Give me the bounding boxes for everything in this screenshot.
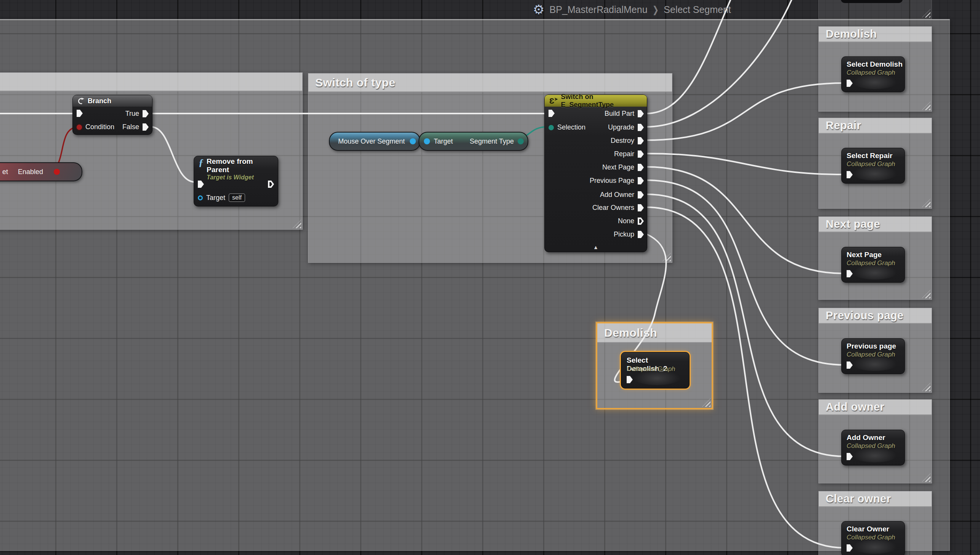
comment-title: Demolish [604,326,657,339]
exec-in-pin[interactable] [847,453,853,460]
pin-label: Build Part [604,110,634,118]
target-self-value[interactable]: self [229,194,245,202]
comment-title: Repair [826,119,861,132]
node-subtitle: Collapsed Graph [847,69,895,77]
pin-label: Repair [614,150,634,158]
exec-in-pin[interactable] [847,171,853,178]
node-title: Previous page [847,342,896,350]
comment-title: Previous page [826,309,904,322]
node-subtitle: Target is Widget [207,174,273,181]
remove-from-parent-node[interactable]: ƒ Remove from Parent Target is Widget Ta… [194,156,278,207]
gear-icon: ⚙ [533,3,544,16]
exec-out-pin-destroy[interactable] [638,137,644,144]
condition-bool-pin[interactable] [77,125,82,130]
node-title: Switch on E_SegmentType [561,93,642,109]
node-title: Select Demolish [847,60,903,69]
comment-title: Next page [826,218,880,231]
exec-out-pin-none[interactable] [638,218,644,225]
branch-node[interactable]: Branch True Condition False [72,95,153,135]
collapse-node-arrow[interactable]: ▲ [593,244,598,250]
comment-resize-handle[interactable] [922,199,930,207]
exec-out-pin-repair[interactable] [638,151,644,158]
exec-out-pin-next-page[interactable] [638,164,644,171]
exec-in-pin[interactable] [847,270,853,278]
exec-in-pin[interactable] [77,110,83,117]
exec-in-pin[interactable] [847,544,853,552]
node-subtitle: Collapsed Graph [847,160,895,168]
get-enabled-node[interactable]: et Enabled [0,162,82,181]
offscreen-node-bottom[interactable] [841,0,903,3]
pin-label: Add Owner [600,191,634,199]
next-page-node[interactable]: Next Page Collapsed Graph [841,247,905,282]
pin-label: Target [206,194,225,202]
offscreen-comment-topright[interactable] [818,0,932,19]
object-out-pin[interactable] [410,138,416,144]
exec-in-pin[interactable] [847,361,853,369]
switch-on-segment-type-node[interactable]: Ɛ➤ Switch on E_SegmentType Selection Bui… [544,95,647,252]
target-object-pin[interactable] [198,196,203,201]
pin-label: Destroy [610,137,634,145]
pin-label: Segment Type [470,138,514,146]
node-subtitle: Collapsed Graph [847,260,895,267]
comment-title: Switch of type [315,76,395,89]
comment-resize-handle[interactable] [293,220,301,228]
comment-title: Add owner [826,401,884,413]
breadcrumb: ⚙ BP_MasterRadialMenu ❯ Select Segment [533,0,731,19]
breadcrumb-root[interactable]: BP_MasterRadialMenu [549,4,647,15]
exec-out-pin-previous-page[interactable] [638,177,644,184]
branch-icon [77,98,85,105]
exec-in-pin[interactable] [847,80,853,87]
exec-in-pin[interactable] [627,376,633,383]
exec-out-pin-clear-owners[interactable] [638,204,644,212]
comment-resize-handle[interactable] [922,383,930,391]
comment-resize-handle[interactable] [662,253,671,261]
pin-label: Clear Owners [592,204,634,212]
exec-out-pin-upgrade[interactable] [638,124,644,131]
add-owner-node[interactable]: Add Owner Collapsed Graph [841,430,905,465]
node-title-fragment: et [2,168,8,176]
comment-resize-handle[interactable] [922,102,930,110]
selection-enum-pin[interactable] [548,125,554,130]
node-subtitle: Collapsed Graph [847,534,895,541]
breadcrumb-current[interactable]: Select Segment [664,4,731,15]
comment-resize-handle[interactable] [702,398,710,407]
exec-out-pin-add-owner[interactable] [638,191,644,199]
pin-label: Selection [557,124,585,132]
clear-owner-node[interactable]: Clear Owner Collapsed Graph [841,521,905,555]
pin-label: Pickup [614,231,634,239]
node-title: Clear Owner [847,525,889,533]
node-subtitle: Collapsed Graph [847,442,895,450]
enum-out-pin[interactable] [517,138,524,144]
select-demolish-node[interactable]: Select Demolish Collapsed Graph [841,56,905,92]
mouse-over-segment-node[interactable]: Mouse Over Segment [329,132,421,151]
node-title: Select Repair [847,152,892,160]
segment-type-node[interactable]: Target Segment Type [419,132,528,151]
pin-label: Target [434,138,453,146]
left-comment-title[interactable] [0,73,302,91]
node-subtitle: Collapsed Graph [627,365,675,373]
exec-in-pin[interactable] [198,181,204,188]
pin-label: Condition [85,123,114,131]
exec-out-pin-pickup[interactable] [638,231,644,238]
target-object-pin[interactable] [424,138,430,144]
function-icon: ƒ [199,157,204,168]
previous-page-node[interactable]: Previous page Collapsed Graph [841,338,905,374]
blueprint-graph-canvas[interactable]: Switch of type Demolish Demolish Repair … [0,0,980,555]
exec-out-pin-build-part[interactable] [638,110,644,117]
pin-label: Enabled [18,168,43,176]
exec-out-pin[interactable] [268,181,274,188]
select-demolish-2-node[interactable]: Select Demolish_2 Collapsed Graph [621,352,689,388]
pin-label: Next Page [602,164,634,172]
pin-label: False [122,123,139,131]
pin-label: None [618,217,634,225]
select-repair-node[interactable]: Select Repair Collapsed Graph [841,148,905,184]
bool-out-pin[interactable] [54,169,60,175]
comment-resize-handle[interactable] [922,290,930,298]
exec-out-true-pin[interactable] [143,110,149,117]
exec-out-false-pin[interactable] [143,124,149,131]
enum-switch-icon: Ɛ➤ [549,96,557,106]
exec-in-pin[interactable] [548,110,554,117]
comment-resize-handle[interactable] [922,473,930,482]
comment-title: Clear owner [826,492,891,505]
comment-resize-handle[interactable] [922,9,930,18]
